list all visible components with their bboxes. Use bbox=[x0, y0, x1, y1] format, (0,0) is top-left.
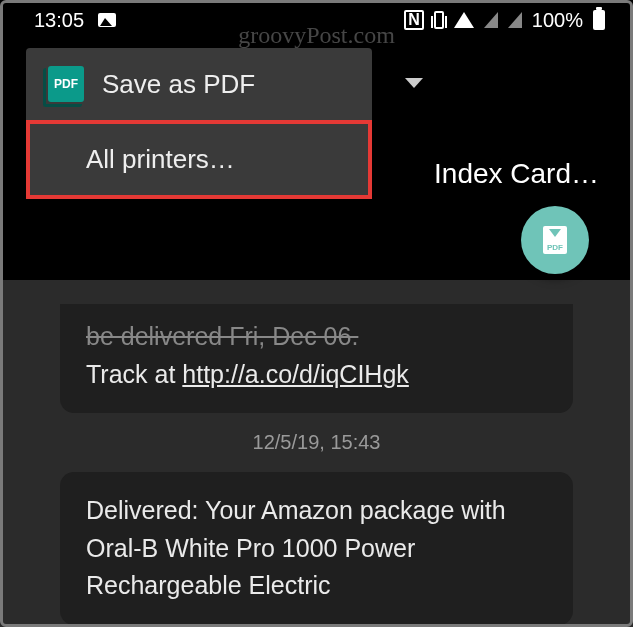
all-printers-label: All printers… bbox=[86, 144, 235, 175]
status-time: 13:05 bbox=[34, 9, 84, 32]
sim2-icon bbox=[508, 12, 522, 28]
chevron-down-icon[interactable] bbox=[405, 78, 423, 88]
save-as-pdf-label: Save as PDF bbox=[102, 69, 255, 100]
paper-size-selector[interactable]: Index Card… bbox=[434, 158, 599, 190]
message-text: Delivered: Your Amazon package with Oral… bbox=[86, 496, 506, 599]
status-bar: 13:05 N 100% bbox=[0, 0, 633, 40]
all-printers-option[interactable]: All printers… bbox=[26, 120, 372, 199]
sim1-icon bbox=[484, 12, 498, 28]
image-icon bbox=[98, 13, 116, 27]
pdf-icon: PDF bbox=[48, 66, 84, 102]
print-preview[interactable]: be delivered Fri, Dec 06. Track at http:… bbox=[0, 280, 633, 627]
wifi-icon bbox=[454, 12, 474, 28]
nfc-icon: N bbox=[404, 10, 424, 30]
download-pdf-icon bbox=[543, 226, 567, 254]
message-timestamp: 12/5/19, 15:43 bbox=[60, 431, 573, 454]
print-options-header: Index Card… PDF Save as PDF All printers… bbox=[0, 40, 633, 240]
battery-icon bbox=[593, 10, 605, 30]
message-line-clipped: be delivered Fri, Dec 06. bbox=[86, 318, 547, 356]
tracking-link[interactable]: http://a.co/d/iqCIHgk bbox=[182, 360, 409, 388]
save-as-pdf-option[interactable]: PDF Save as PDF bbox=[26, 48, 372, 120]
message-text: Track at bbox=[86, 360, 182, 388]
message-bubble: Delivered: Your Amazon package with Oral… bbox=[60, 472, 573, 625]
printer-dropdown: PDF Save as PDF All printers… bbox=[26, 48, 372, 199]
battery-percent: 100% bbox=[532, 9, 583, 32]
message-bubble: be delivered Fri, Dec 06. Track at http:… bbox=[60, 304, 573, 413]
vibrate-icon bbox=[434, 11, 444, 29]
download-pdf-fab[interactable] bbox=[521, 206, 589, 274]
